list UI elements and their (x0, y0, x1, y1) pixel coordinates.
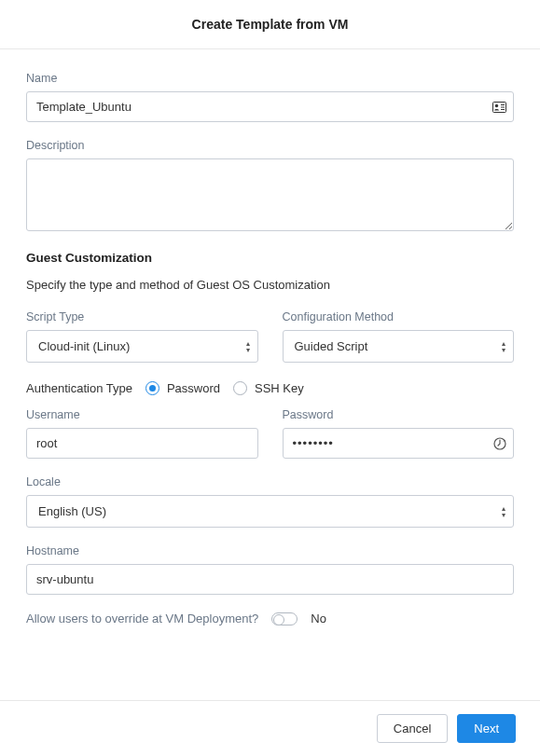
hostname-wrap (26, 564, 514, 595)
auth-type-label: Authentication Type (26, 381, 132, 395)
credentials-row: Username Password (26, 408, 514, 459)
auth-type-row: Authentication Type Password SSH Key (26, 381, 514, 395)
auth-radio-password[interactable]: Password (145, 381, 220, 395)
locale-value: English (US) (38, 504, 106, 518)
chevron-updown-icon (246, 340, 250, 353)
description-wrap (26, 158, 514, 234)
radio-unchecked-icon (233, 381, 247, 395)
chevron-updown-icon (502, 505, 505, 518)
script-type-value: Cloud-init (Linux) (38, 339, 130, 353)
name-input-wrap (26, 91, 514, 122)
script-type-col: Script Type Cloud-init (Linux) (26, 310, 258, 363)
radio-checked-icon (145, 381, 159, 395)
override-toggle[interactable] (271, 612, 298, 625)
dialog-content: Name Description Guest Customization Spe… (0, 49, 540, 625)
override-value: No (311, 612, 326, 625)
script-config-row: Script Type Cloud-init (Linux) Configura… (26, 310, 514, 363)
guest-customization-desc: Specify the type and method of Guest OS … (26, 278, 514, 292)
config-method-value: Guided Script (295, 339, 368, 353)
name-label: Name (26, 72, 514, 85)
password-col: Password (283, 408, 515, 459)
auth-password-text: Password (167, 381, 220, 395)
auth-radio-sshkey[interactable]: SSH Key (233, 381, 304, 395)
next-button[interactable]: Next (457, 714, 516, 743)
svg-point-1 (495, 103, 498, 106)
description-textarea[interactable] (26, 158, 514, 231)
password-wrap (283, 428, 515, 459)
username-col: Username (26, 408, 258, 459)
hostname-label: Hostname (26, 544, 514, 557)
guest-customization-header: Guest Customization (26, 251, 514, 265)
dialog-footer: Cancel Next (0, 700, 540, 756)
hostname-input[interactable] (26, 564, 514, 595)
config-method-label: Configuration Method (283, 310, 515, 323)
config-method-select[interactable]: Guided Script (283, 330, 515, 363)
password-label: Password (283, 408, 515, 421)
username-label: Username (26, 408, 258, 421)
override-label: Allow users to override at VM Deployment… (26, 612, 258, 625)
script-type-label: Script Type (26, 310, 258, 323)
generate-password-icon[interactable] (493, 437, 506, 450)
override-row: Allow users to override at VM Deployment… (26, 612, 514, 625)
chevron-updown-icon (502, 340, 505, 353)
username-input[interactable] (26, 428, 258, 459)
contact-card-icon[interactable] (492, 102, 506, 113)
locale-label: Locale (26, 475, 514, 488)
auth-sshkey-text: SSH Key (255, 381, 304, 395)
config-method-col: Configuration Method Guided Script (283, 310, 515, 363)
dialog-title: Create Template from VM (0, 0, 540, 49)
script-type-select[interactable]: Cloud-init (Linux) (26, 330, 258, 363)
cancel-button[interactable]: Cancel (377, 714, 448, 743)
password-input[interactable] (283, 428, 515, 459)
locale-select[interactable]: English (US) (26, 495, 514, 528)
description-label: Description (26, 139, 514, 152)
name-input[interactable] (26, 91, 514, 122)
